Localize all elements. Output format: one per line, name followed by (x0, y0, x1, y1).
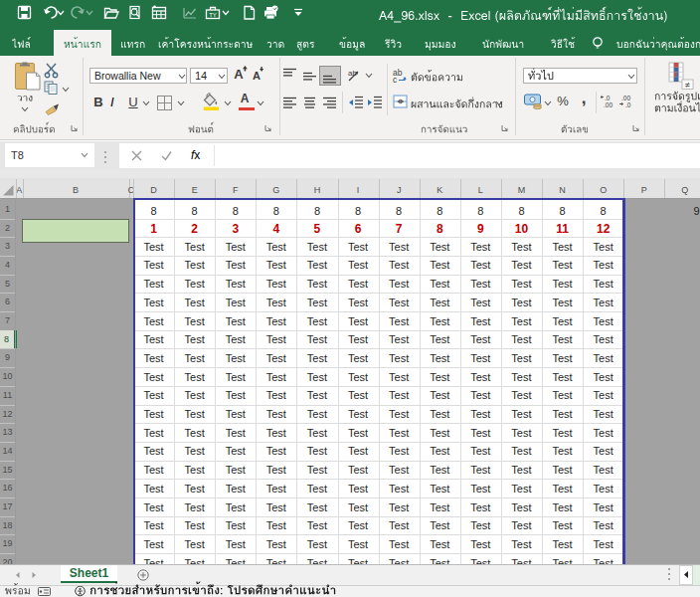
svg-text:.00: .00 (604, 101, 612, 108)
svg-text:TY: TY (209, 12, 217, 18)
svg-text:.0: .0 (605, 95, 611, 101)
svg-text:.00: .00 (621, 95, 630, 101)
svg-text:.0: .0 (625, 101, 631, 108)
svg-text:ab: ab (348, 69, 357, 78)
